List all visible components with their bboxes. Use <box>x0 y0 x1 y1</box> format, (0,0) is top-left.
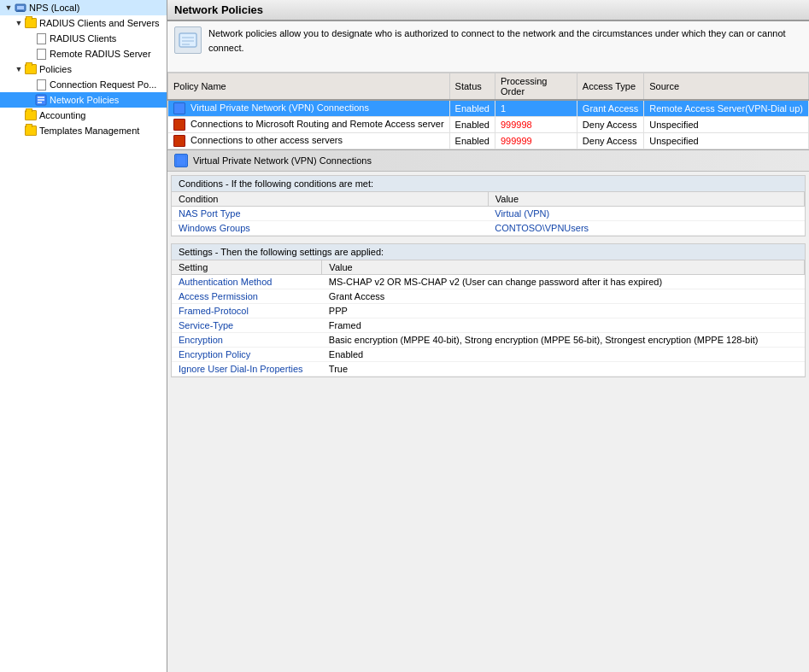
setting-name: Service-Type <box>172 318 322 333</box>
svg-rect-12 <box>176 155 186 166</box>
setting-row[interactable]: Encryption Basic encryption (MPPE 40-bit… <box>172 333 805 348</box>
expand-arrow-radius: ▼ <box>14 18 24 28</box>
setting-row[interactable]: Authentication Method MS-CHAP v2 OR MS-C… <box>172 275 805 289</box>
sidebar-label-accounting: Accounting <box>39 110 85 120</box>
table-row[interactable]: Connections to Microsoft Routing and Rem… <box>168 117 809 133</box>
condition-value: CONTOSO\VPNUsers <box>488 221 804 236</box>
setting-value: Framed <box>322 318 805 333</box>
radius-clients-icon <box>34 32 48 45</box>
sidebar-item-policies[interactable]: ▼ Policies <box>0 61 167 77</box>
cell-status: Enabled <box>449 100 495 117</box>
description-icon <box>174 26 202 54</box>
setting-value: Basic encryption (MPPE 40-bit), Strong e… <box>322 333 805 348</box>
description-box: Network policies allow you to designate … <box>167 21 809 73</box>
cell-policy-name: Connections to Microsoft Routing and Rem… <box>168 117 450 133</box>
sidebar-item-templates[interactable]: Templates Management <box>0 123 167 138</box>
red-row-icon <box>173 135 185 147</box>
table-row[interactable]: Connections to other access servers Enab… <box>168 133 809 149</box>
policy-table: Policy Name Status Processing Order Acce… <box>167 73 809 149</box>
settings-col-value: Value <box>322 260 805 275</box>
cell-status: Enabled <box>449 117 495 133</box>
expand-arrow-accounting <box>14 110 24 120</box>
network-policies-icon <box>34 93 48 107</box>
condition-name: NAS Port Type <box>172 207 488 221</box>
settings-section-header: Settings - Then the following settings a… <box>172 244 805 260</box>
description-text: Network policies allow you to designate … <box>208 26 802 55</box>
settings-header-text: Settings - Then the following settings a… <box>179 247 384 257</box>
setting-value: Grant Access <box>322 289 805 304</box>
col-access-type[interactable]: Access Type <box>577 73 643 101</box>
setting-name: Authentication Method <box>172 275 322 289</box>
col-policy-name[interactable]: Policy Name <box>168 73 450 101</box>
setting-row[interactable]: Access Permission Grant Access <box>172 289 805 304</box>
connection-request-icon <box>34 78 48 91</box>
sidebar-label-nps: NPS (Local) <box>29 3 79 13</box>
sidebar: ▼ NPS (Local) ▼ RADIUS Clients and Serve… <box>0 0 167 672</box>
accounting-icon <box>24 108 38 122</box>
svg-rect-8 <box>179 33 196 47</box>
panel-header: Network Policies <box>167 0 809 21</box>
detail-panel: Virtual Private Network (VPN) Connection… <box>167 150 809 672</box>
condition-name: Windows Groups <box>172 221 488 236</box>
setting-name: Encryption Policy <box>172 348 322 362</box>
svg-rect-3 <box>17 6 24 9</box>
setting-name: Ignore User Dial-In Properties <box>172 362 322 377</box>
sidebar-item-radius-clients[interactable]: RADIUS Clients <box>0 31 167 46</box>
col-status[interactable]: Status <box>449 73 495 101</box>
conditions-table: Condition Value NAS Port Type Virtual (V… <box>172 192 805 236</box>
main-area: Network Policies Network policies allow … <box>167 0 809 672</box>
sidebar-item-connection-request[interactable]: Connection Request Po... <box>0 77 167 92</box>
setting-value: Enabled <box>322 348 805 362</box>
condition-row[interactable]: Windows Groups CONTOSO\VPNUsers <box>172 221 805 236</box>
detail-header: Virtual Private Network (VPN) Connection… <box>167 150 809 172</box>
sidebar-item-nps-local[interactable]: ▼ NPS (Local) <box>0 0 167 15</box>
table-row[interactable]: Virtual Private Network (VPN) Connection… <box>168 100 809 117</box>
detail-header-icon <box>174 154 188 167</box>
conditions-section: Conditions - If the following conditions… <box>171 175 806 237</box>
cell-access-type: Grant Access <box>577 100 643 117</box>
red-row-icon <box>173 119 185 131</box>
templates-icon <box>24 124 38 137</box>
setting-value: MS-CHAP v2 OR MS-CHAP v2 (User can chang… <box>322 275 805 289</box>
cell-access-type: Deny Access <box>577 117 643 133</box>
conditions-col-value: Value <box>488 192 804 207</box>
cell-source: Unspecified <box>644 117 809 133</box>
cell-policy-name: Connections to other access servers <box>168 133 450 149</box>
sidebar-item-accounting[interactable]: Accounting <box>0 108 167 123</box>
col-source[interactable]: Source <box>644 73 809 101</box>
vpn-row-icon <box>173 102 185 114</box>
settings-table: Setting Value Authentication Method MS-C… <box>172 260 805 377</box>
setting-value: PPP <box>322 304 805 318</box>
setting-row[interactable]: Ignore User Dial-In Properties True <box>172 362 805 377</box>
cell-access-type: Deny Access <box>577 133 643 149</box>
policy-table-area: Policy Name Status Processing Order Acce… <box>167 73 809 150</box>
cell-order: 999998 <box>495 117 577 133</box>
panel-title: Network Policies <box>174 3 263 16</box>
conditions-header-text: Conditions - If the following conditions… <box>179 178 373 189</box>
expand-arrow-templates <box>14 126 24 136</box>
conditions-section-header: Conditions - If the following conditions… <box>172 176 805 192</box>
sidebar-item-radius-clients-servers[interactable]: ▼ RADIUS Clients and Servers <box>0 15 167 31</box>
settings-section: Settings - Then the following settings a… <box>171 243 806 377</box>
setting-name: Framed-Protocol <box>172 304 322 318</box>
sidebar-label-radius-clients: RADIUS Clients <box>50 33 116 44</box>
detail-header-label: Virtual Private Network (VPN) Connection… <box>193 155 372 166</box>
nps-icon <box>14 1 27 15</box>
setting-row[interactable]: Service-Type Framed <box>172 318 805 333</box>
col-processing-order[interactable]: Processing Order <box>495 73 577 101</box>
sidebar-label-connection-request: Connection Request Po... <box>50 79 156 90</box>
condition-row[interactable]: NAS Port Type Virtual (VPN) <box>172 207 805 221</box>
sidebar-label-templates: Templates Management <box>39 126 139 136</box>
sidebar-label-remote-radius: Remote RADIUS Server <box>50 49 151 59</box>
cell-order: 999999 <box>495 133 577 149</box>
cell-source: Remote Access Server(VPN-Dial up) <box>644 100 809 117</box>
setting-row[interactable]: Framed-Protocol PPP <box>172 304 805 318</box>
sidebar-item-network-policies[interactable]: Network Policies <box>0 92 167 108</box>
setting-row[interactable]: Encryption Policy Enabled <box>172 348 805 362</box>
settings-col-setting: Setting <box>172 260 322 275</box>
cell-source: Unspecified <box>644 133 809 149</box>
sidebar-item-remote-radius[interactable]: Remote RADIUS Server <box>0 46 167 61</box>
setting-name: Encryption <box>172 333 322 348</box>
setting-name: Access Permission <box>172 289 322 304</box>
conditions-col-condition: Condition <box>172 192 488 207</box>
